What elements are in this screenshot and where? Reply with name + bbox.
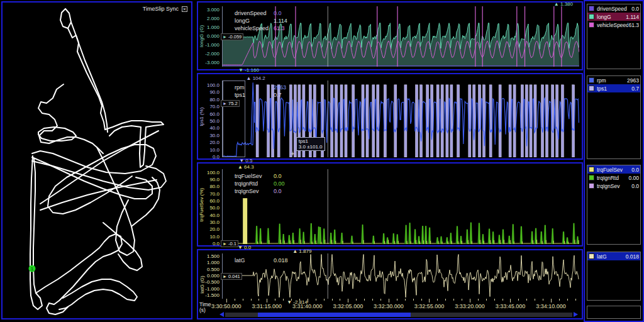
chart-legend-speed-longG: drivenSpeed0.0longG1.114vehicleSpeed61.3 <box>235 9 287 32</box>
y-tick-label: 70.0 <box>202 104 219 110</box>
plot-latG[interactable]: latG0.018 <box>222 253 579 299</box>
side-legend-latG: latG0.018 <box>587 252 641 301</box>
y-tick-label: -1.500 <box>202 292 219 299</box>
chart-panel-latG[interactable]: latG (G) 1.5001.0000.5000.000-0.500-1.00… <box>197 249 583 319</box>
plot-torque[interactable]: trqFuelSev0.0trqIgnRtd0.00trqIgnSev0.0 <box>222 169 579 244</box>
chart-legend-value: 0.7 <box>274 91 282 99</box>
time-tick-label: 3:34:10.000 <box>536 303 566 309</box>
chart-legend-name: drivenSpeed <box>235 9 274 17</box>
side-legend-speed-longG: drivenSpeed0.0longG1.114vehicleSpeed61.3 <box>587 4 641 69</box>
legend-value: 0.00 <box>628 175 639 181</box>
scrollbar-thumb[interactable] <box>258 313 411 317</box>
chart-legend-name: trqFuelSev <box>235 172 274 180</box>
legend-value: 0.7 <box>631 86 639 92</box>
legend-row-trqIgnRtd[interactable]: trqIgnRtd0.00 <box>587 174 640 182</box>
timeslip-sync-checkbox[interactable]: ✕ <box>182 6 187 12</box>
y-tick-label: -1.000 <box>202 42 219 48</box>
y-tick-label: 70.0 <box>202 191 219 197</box>
y-tick-label: 80.0 <box>202 184 219 190</box>
time-tick-label: 3:33:45.000 <box>496 303 526 309</box>
time-tick-label: 3:32:55.000 <box>414 303 445 309</box>
max-value-marker: ▲ 1.380 <box>554 1 573 7</box>
y-tick-label: 50.0 <box>202 205 219 211</box>
scrollbar-track[interactable] <box>225 313 572 317</box>
y-tick-label: 0.000 <box>202 33 219 40</box>
legend-row-trqIgnSev[interactable]: trqIgnSev0.0 <box>587 182 640 190</box>
chart-legend-name: tps1 <box>235 91 274 99</box>
legend-row-vehicleSpeed[interactable]: vehicleSpeed61.3 <box>587 21 640 29</box>
chart-legend-row: longG1.114 <box>235 17 287 25</box>
timeslip-sync-control[interactable]: TimeSlip Sync ✕ <box>143 6 187 12</box>
legend-name: vehicleSpeed <box>597 22 628 28</box>
hover-tooltip: tps13.0 ±101.0 <box>296 137 325 151</box>
y-tick-label: 80.0 <box>202 97 219 103</box>
legend-value: 1.114 <box>626 14 639 20</box>
legend-swatch-trqFuelSev <box>589 167 594 172</box>
plot-rpm-tps[interactable]: rpm2963tps10.7tps13.0 ±101.0+ <box>222 80 579 157</box>
y-tick-label: 10.0 <box>202 147 219 153</box>
chart-legend-row: trqFuelSev0.0 <box>235 172 285 180</box>
chart-legend-rpm-tps: rpm2963tps10.7 <box>235 84 286 99</box>
y-tick-label: 3.000 <box>202 7 219 13</box>
y-tick-label: 100.0 <box>202 170 219 176</box>
chart-legend-latG: latG0.018 <box>235 257 288 264</box>
track-map-panel[interactable]: 1 TimeSlip Sync ✕ <box>1 1 192 319</box>
y-tick-label: -2.000 <box>202 51 219 57</box>
legend-row-longG[interactable]: longG1.114 <box>587 13 640 21</box>
track-map-svg[interactable]: 1 <box>3 3 191 318</box>
y-tick-label: 10.0 <box>202 234 219 240</box>
y-tick-label: 1.000 <box>202 260 219 266</box>
chart-legend-name: vehicleSpeed <box>235 25 274 32</box>
y-tick-label: 20.0 <box>202 226 219 233</box>
chart-legend-value: 0.0 <box>274 172 282 180</box>
y-tick-label: 0.000 <box>202 273 219 279</box>
time-tick-label: 3:32:05.000 <box>333 303 364 309</box>
legend-swatch-trqIgnSev <box>589 183 594 189</box>
max-value-marker: ▲ 64.3 <box>238 164 254 170</box>
legend-swatch-tps1 <box>589 86 594 91</box>
chart-panel-torque[interactable]: trqFuelSev (%) 100.090.080.070.060.050.0… <box>197 162 583 247</box>
legend-row-tps1[interactable]: tps10.7 <box>587 84 640 92</box>
cursor-value-flag: ► -0.059 <box>221 33 243 40</box>
max-value-marker: ▲ 1.879 <box>292 248 311 254</box>
time-scrollbar[interactable] <box>219 312 578 318</box>
y-tick-label: 20.0 <box>202 140 219 146</box>
legend-row-drivenSpeed[interactable]: drivenSpeed0.0 <box>587 4 640 13</box>
y-tick-label: 1.500 <box>202 253 219 260</box>
y-axis-ticks-longG: 3.0002.0001.0000.000-1.000-2.000-3.000 <box>203 3 221 69</box>
chart-legend-value: 2963 <box>274 84 286 91</box>
chart-legend-row: trqIgnRtd0.00 <box>235 180 285 187</box>
svg-text:1: 1 <box>31 266 34 272</box>
legend-row-trqFuelSev[interactable]: trqFuelSev0.0 <box>587 165 640 174</box>
legend-swatch-latG <box>589 253 594 259</box>
legend-swatch-trqIgnRtd <box>589 175 594 180</box>
legend-row-rpm[interactable]: rpm2963 <box>587 76 640 84</box>
y-tick-label: 30.0 <box>202 219 219 226</box>
y-tick-label: 60.0 <box>202 111 219 118</box>
y-tick-label: -3.000 <box>202 60 219 66</box>
plot-longG[interactable]: drivenSpeed0.0longG1.114vehicleSpeed61.3 <box>222 6 579 67</box>
time-axis-title: Time(s) <box>199 302 211 313</box>
y-tick-label: -0.500 <box>202 279 219 286</box>
chart-panel-longG[interactable]: longG (G) 3.0002.0001.0000.000-1.000-2.0… <box>197 1 583 70</box>
y-axis-ticks-trqFuelSev: 100.090.080.070.060.050.040.030.020.010.… <box>203 164 221 245</box>
timeslip-sync-label: TimeSlip Sync <box>143 6 179 12</box>
legend-swatch-rpm <box>589 77 594 83</box>
time-tick-label: 3:33:20.000 <box>455 303 485 309</box>
y-tick-label: 60.0 <box>202 198 219 204</box>
chart-legend-name: trqIgnRtd <box>235 180 274 187</box>
side-legend-torque: trqFuelSev0.0trqIgnRtd0.00trqIgnSev0.0 <box>587 165 641 245</box>
chart-panel-rpm-tps[interactable]: tps1 (%) 100.090.080.070.060.050.040.030… <box>197 73 583 160</box>
chart-legend-row: vehicleSpeed61.3 <box>235 25 287 32</box>
y-tick-label: 90.0 <box>202 177 219 183</box>
scrollbar-left-arrow-icon[interactable] <box>219 312 224 317</box>
scrollbar-right-arrow-icon[interactable] <box>574 312 578 317</box>
chart-legend-name: latG <box>235 257 274 264</box>
min-value-marker: ▼ -2.814 <box>287 299 308 305</box>
legend-row-latG[interactable]: latG0.018 <box>587 252 640 260</box>
legend-swatch-drivenSpeed <box>589 6 594 11</box>
y-tick-label: 90.0 <box>202 89 219 96</box>
chart-legend-torque-sev: trqFuelSev0.0trqIgnRtd0.00trqIgnSev0.0 <box>235 172 285 195</box>
legend-value: 0.0 <box>631 183 639 189</box>
chart-legend-row: latG0.018 <box>235 257 288 264</box>
